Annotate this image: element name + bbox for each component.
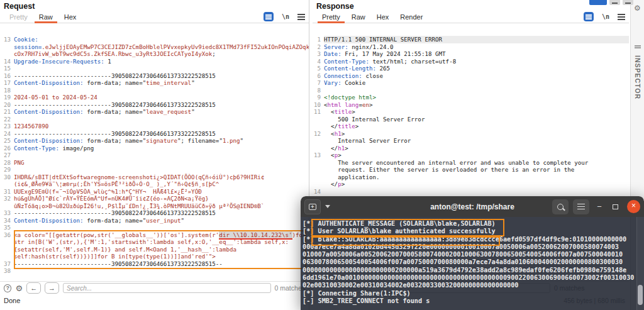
line-number [313,116,324,123]
request-panel-title: Request [0,0,309,11]
line-number: 10 [313,101,324,109]
inspector-gear-icon[interactable]: ⚙ [634,4,641,13]
code-line: </h1> [313,145,629,152]
code-line: 21Content-Disposition: form-data; name="… [0,108,309,116]
terminal-tab-dropdown-icon[interactable] [323,199,333,214]
line-number: 35 [0,224,14,231]
search-settings-icon[interactable]: ⚙ [15,284,23,293]
line-number: 28 [0,159,14,167]
line-number: 27 [0,152,14,159]
terminal-minimize-button[interactable]: − [594,199,605,214]
terminal-line: [*] User SOLARLAB\blake authenticated su… [303,228,642,235]
help-icon[interactable]: ? [4,284,11,292]
line-number: 3 [313,50,324,58]
line-number: 31 [0,188,14,196]
line-number [313,137,324,145]
line-number: 34 [0,217,14,224]
terminal-menu-button[interactable] [573,199,589,214]
terminal-search-button[interactable] [552,199,569,214]
terminal-window[interactable]: anton@test: /tmp/share + − × [*] AUTHENT… [301,196,644,310]
tab-pretty[interactable]: Pretty [4,12,33,23]
terminal-titlebar[interactable]: anton@test: /tmp/share + − × [301,196,644,217]
search-next-button[interactable]: → [45,282,59,294]
code-line: 9<!doctype html> [313,94,629,101]
terminal-line: 000000000000000000000000200000a519a3679d… [303,267,642,274]
terminal-body[interactable]: [*] AUTHENTICATE_MESSAGE (SOLARLAB\blake… [301,217,644,310]
code-line: 16----------------------------3905082247… [0,72,309,80]
search-prev-button[interactable]: ← [26,282,41,294]
tab-render[interactable]: Render [394,12,428,23]
menu-icon[interactable] [618,16,625,18]
maximize-panel-icon[interactable] [623,0,633,5]
code-line: 10<html lang=en> [313,101,629,109]
code-line: 35 [0,224,309,231]
line-number: 7 [313,79,324,87]
code-line: Internal Server Error [313,137,629,145]
show-newlines-icon[interactable]: \n [282,13,289,20]
magnifier-icon [557,204,564,210]
line-number: 2 [313,43,324,51]
line-number [313,123,324,130]
line-number: 38 [0,267,14,275]
line-number: 18 [0,87,14,94]
code-line: 15 [0,65,309,72]
code-line: </p> [313,180,629,188]
hamburger-icon [577,206,585,208]
code-line: 22 [0,116,309,123]
terminal-line: 6dd1961e70a00100000000000000000000000000… [303,274,642,282]
line-number: 13 [0,36,14,58]
line-number: 4 [313,58,324,65]
request-tabs: PrettyRawHex [4,12,82,23]
code-line: 13 <p> [313,152,629,159]
code-line: 38 [0,267,309,275]
line-number [313,166,324,174]
terminal-line: 02e00310030002e00310034002e0032003300320… [303,282,642,289]
line-number [313,159,324,167]
code-line: 13Cookie: session=.eJwljjEOAyEMwP7C3CEJI… [0,36,309,58]
line-number: 9 [313,94,324,101]
word-wrap-icon[interactable] [264,12,274,21]
line-number: 12 [313,130,324,138]
show-newlines-icon[interactable]: \n [602,13,609,20]
terminal-line: [*] Connecting Share(1:IPC$) [303,290,642,297]
code-line: 14 [313,188,629,196]
code-line: 37----------------------------3905082247… [0,260,309,268]
request-editor[interactable]: 13Cookie: session=.eJwljjEOAyEMwP7C3CEJI… [0,23,309,281]
code-line: 11 <title> [313,108,629,116]
code-line: 1HTTP/1.1 500 INTERNAL SERVER ERROR [313,36,629,43]
layout-button-active[interactable] [589,0,607,5]
code-line: 5Content-Length: 265 [313,65,629,72]
terminal-new-tab-button[interactable]: + [304,199,321,214]
code-line: 6Connection: close [313,72,629,80]
terminal-line: 010007a0050006a0052006200700058007400020… [303,251,642,258]
tab-hex[interactable]: Hex [371,12,395,23]
code-line: 33----------------------------3905082247… [0,209,309,217]
tab-hex[interactable]: Hex [58,12,82,23]
tab-pretty[interactable]: Pretty [316,12,346,23]
code-line: 30IHDR&/sBIT|dtEXtSoftwaregnome-screensh… [0,174,309,188]
terminal-maximize-button[interactable] [609,199,621,214]
tab-raw[interactable]: Raw [346,12,371,23]
tab-raw[interactable]: Raw [33,12,58,23]
line-number: 26 [0,145,14,152]
code-line: 3Date: Fri, 17 May 2024 21:55:18 GMT [313,50,629,58]
request-search-bar: ? ⚙ ← → 0 matches [0,281,309,294]
code-line: 32hú&gÚhÁÕ]"Øíc`rÀY¤ŸÈEómÃ^Uf=nÚK4#Ü¨îi¢… [0,195,309,209]
menu-icon[interactable] [297,16,305,18]
word-wrap-icon[interactable] [584,12,594,21]
terminal-scrollbar-track[interactable] [636,217,644,310]
code-line: 25Content-Disposition: form-data; name="… [0,137,309,145]
minimize-panel-icon[interactable] [609,0,620,5]
request-search-input[interactable] [63,283,270,293]
line-number: 23 [0,123,14,130]
inspector-handle-icon[interactable] [635,45,641,47]
code-line: 26Content-Type: image/png [0,145,309,152]
code-line: 28PNG [0,159,309,167]
terminal-line: 000a7ece7a4a8da0102bd445d329f220e0000000… [303,243,642,251]
terminal-scrollbar-thumb[interactable] [638,285,643,305]
request-status-text: Done [4,297,20,304]
code-line: 36<a color="[[getattr(pow,str('__globals… [0,231,309,260]
terminal-close-button[interactable]: × [627,200,640,213]
code-line: 17Content-Disposition: form-data; name="… [0,79,309,87]
line-number: 24 [0,130,14,138]
